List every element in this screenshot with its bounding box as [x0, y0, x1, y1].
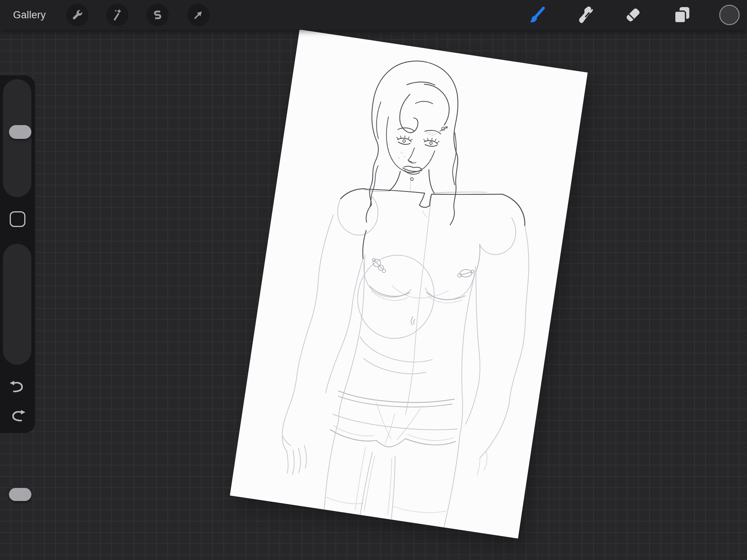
color-swatch-button[interactable]: [718, 4, 741, 26]
tool-sidebar: [0, 75, 35, 433]
transform-button[interactable]: [187, 4, 210, 26]
layers-button[interactable]: [671, 4, 693, 26]
erase-tool-button[interactable]: [622, 4, 644, 26]
move-arrow-icon: [192, 9, 205, 21]
redo-button[interactable]: [9, 410, 26, 423]
paint-tool-button[interactable]: [526, 4, 549, 26]
smudge-tool-button[interactable]: [574, 4, 597, 26]
undo-arrow-icon: [9, 381, 26, 393]
actions-button[interactable]: [66, 4, 89, 26]
adjustments-button[interactable]: [106, 4, 128, 26]
opacity-slider[interactable]: [3, 244, 31, 365]
opacity-handle[interactable]: [9, 488, 31, 501]
selection-button[interactable]: [146, 4, 169, 26]
redo-arrow-icon: [9, 410, 26, 423]
selection-s-icon: [151, 9, 164, 21]
undo-button[interactable]: [9, 381, 26, 393]
brush-size-slider[interactable]: [3, 79, 31, 197]
paintbrush-icon: [527, 4, 548, 25]
brush-size-handle[interactable]: [9, 125, 31, 139]
gallery-button[interactable]: Gallery: [13, 0, 46, 30]
magic-wand-icon: [111, 9, 124, 21]
layers-icon: [672, 4, 692, 25]
wrench-icon: [71, 9, 84, 21]
modify-button[interactable]: [10, 211, 25, 227]
top-toolbar: Gallery: [0, 0, 747, 30]
smudge-finger-icon: [575, 4, 596, 25]
color-swatch-circle: [719, 4, 740, 26]
eraser-icon: [623, 4, 644, 25]
